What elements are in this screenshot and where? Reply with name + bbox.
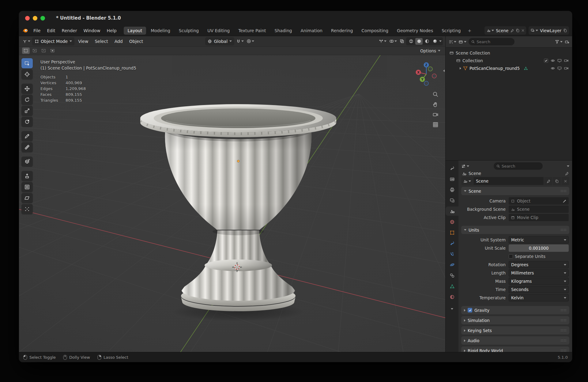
time-dropdown[interactable]: Seconds	[509, 286, 569, 293]
new-viewlayer-icon[interactable]	[563, 28, 567, 32]
tab-compositing[interactable]: Compositing	[357, 27, 392, 35]
properties-search[interactable]	[494, 162, 543, 170]
tab-sculpting[interactable]: Sculpting	[175, 27, 203, 35]
outliner-display-mode-button[interactable]	[458, 40, 466, 44]
scene-browse-icon[interactable]	[486, 28, 494, 32]
panel-drag-handle[interactable]	[560, 229, 567, 231]
tab-layout[interactable]: Layout	[124, 27, 146, 35]
active-clip-field[interactable]: Movie Clip	[509, 214, 569, 221]
tab-scripting[interactable]: Scripting	[438, 27, 465, 35]
tool-extrude[interactable]	[21, 171, 33, 181]
tab-uv-editing[interactable]: UV Editing	[203, 27, 234, 35]
select-mode-invert-button[interactable]	[49, 47, 56, 54]
outliner-search[interactable]	[469, 38, 514, 45]
viewport-menu-object[interactable]: Object	[126, 38, 146, 45]
panel-audio-header[interactable]: Audio	[461, 336, 569, 345]
duplicate-scene-icon[interactable]	[516, 28, 520, 32]
exclude-checkbox[interactable]	[544, 59, 548, 63]
new-collection-button[interactable]	[565, 40, 569, 44]
properties-search-input[interactable]	[502, 164, 540, 168]
properties-tabs-overflow-icon[interactable]	[446, 304, 458, 313]
tab-object[interactable]	[446, 228, 458, 237]
tree-row-collection[interactable]: Collection	[447, 57, 571, 64]
tab-object-data[interactable]	[446, 282, 458, 291]
tab-animation[interactable]: Animation	[296, 27, 326, 35]
proportional-editing-button[interactable]	[246, 39, 255, 43]
expand-chevron-icon[interactable]	[460, 67, 461, 70]
tab-view-layer[interactable]	[446, 196, 458, 205]
tool-move[interactable]	[21, 84, 33, 94]
disable-render-icon[interactable]	[564, 58, 568, 63]
tool-cursor[interactable]	[21, 69, 33, 79]
background-scene-field[interactable]: Scene	[509, 206, 569, 213]
editor-type-button[interactable]	[21, 39, 31, 44]
mode-dropdown[interactable]: Object Mode	[32, 37, 74, 45]
panel-gravity-header[interactable]: Gravity	[461, 306, 569, 314]
viewlayer-browse-icon[interactable]	[530, 28, 538, 32]
separate-units-checkbox[interactable]	[509, 254, 513, 259]
datablock-browse-button[interactable]	[461, 177, 473, 185]
disable-render-icon[interactable]	[564, 66, 568, 70]
tab-geometry-nodes[interactable]: Geometry Nodes	[393, 27, 437, 35]
duplicate-datablock-button[interactable]	[553, 177, 561, 185]
pin-id-button[interactable]	[565, 172, 569, 176]
panel-drag-handle[interactable]	[560, 190, 567, 192]
zoom-icon[interactable]	[432, 91, 439, 98]
scene-selector[interactable]: Scene	[484, 26, 526, 35]
viewport-menu-add[interactable]: Add	[112, 38, 126, 45]
pin-icon[interactable]	[510, 29, 514, 32]
tool-measure[interactable]	[21, 142, 33, 152]
shading-solid-button[interactable]	[415, 38, 423, 45]
unlink-datablock-button[interactable]	[561, 177, 569, 185]
hide-eye-icon[interactable]	[550, 58, 555, 63]
tool-rotate[interactable]	[21, 95, 33, 105]
panel-simulation-header[interactable]: Simulation	[461, 316, 569, 324]
menu-file[interactable]: File	[30, 27, 43, 34]
tool-annotate[interactable]	[21, 131, 33, 141]
tab-particles[interactable]	[446, 249, 458, 259]
panel-drag-handle[interactable]	[560, 319, 567, 322]
tool-select-box[interactable]	[21, 58, 33, 68]
tab-world[interactable]	[446, 217, 458, 226]
tab-render[interactable]	[446, 174, 458, 183]
outliner-filter-button[interactable]	[555, 40, 563, 44]
properties-options-icon[interactable]	[567, 165, 569, 167]
n-panel-toggle-icon[interactable]	[443, 67, 445, 73]
tab-constraints[interactable]	[446, 271, 458, 280]
viewport-menu-select[interactable]: Select	[92, 38, 111, 45]
unit-system-dropdown[interactable]: Metric	[509, 236, 569, 244]
fake-user-pin-button[interactable]	[544, 177, 552, 185]
select-mode-new-button[interactable]	[22, 47, 30, 54]
minimize-button[interactable]	[33, 16, 37, 21]
select-mode-extend-button[interactable]	[31, 47, 39, 54]
unlink-scene-icon[interactable]	[522, 29, 524, 32]
unit-scale-field[interactable]: 0.001000	[509, 244, 569, 252]
eyedropper-icon[interactable]	[563, 199, 567, 203]
tool-scale[interactable]	[21, 106, 33, 116]
add-workspace-button[interactable]: +	[465, 27, 474, 35]
panel-keying-sets-header[interactable]: Keying Sets	[461, 326, 569, 335]
tab-scene[interactable]	[446, 206, 458, 216]
tab-tool[interactable]	[446, 164, 458, 173]
tab-texture-paint[interactable]: Texture Paint	[234, 27, 270, 35]
tool-randomize[interactable]	[21, 204, 33, 214]
datablock-name-field[interactable]: Scene	[473, 177, 544, 185]
options-dropdown[interactable]: Options	[418, 48, 442, 54]
panel-drag-handle[interactable]	[560, 329, 567, 332]
tab-rendering[interactable]: Rendering	[327, 27, 357, 35]
temperature-dropdown[interactable]: Kelvin	[509, 294, 569, 301]
disable-viewport-icon[interactable]	[557, 58, 562, 63]
tool-add-cube[interactable]	[21, 157, 33, 167]
tab-output[interactable]	[446, 185, 458, 194]
show-gizmo-button[interactable]	[378, 39, 387, 43]
viewport-menu-view[interactable]: View	[75, 38, 91, 45]
viewlayer-selector[interactable]: ViewLayer	[529, 26, 569, 35]
xray-toggle-button[interactable]	[399, 39, 405, 43]
tab-material[interactable]	[446, 292, 458, 301]
transform-orientation-dropdown[interactable]: Global	[205, 37, 234, 45]
show-overlays-button[interactable]	[388, 39, 398, 43]
ortho-grid-icon[interactable]	[432, 121, 439, 128]
camera-view-icon[interactable]	[432, 111, 439, 118]
shading-dropdown-icon[interactable]	[439, 40, 442, 42]
tab-shading[interactable]: Shading	[271, 27, 296, 35]
